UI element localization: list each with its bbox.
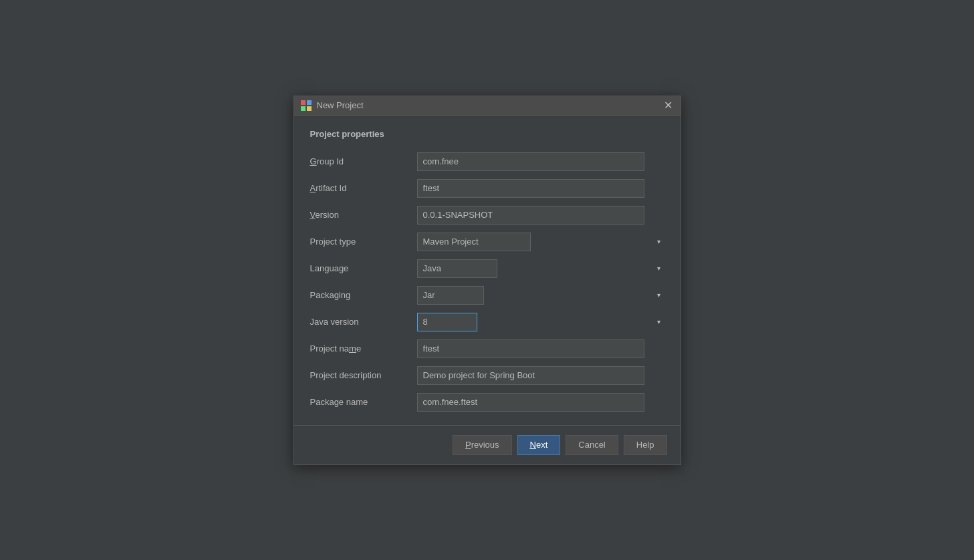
dialog-footer: Previous Next Cancel Help <box>294 425 681 464</box>
svg-rect-0 <box>301 100 306 105</box>
previous-button[interactable]: Previous <box>453 435 512 455</box>
app-icon <box>301 100 312 111</box>
group-id-label: Group Id <box>310 156 417 166</box>
package-name-input[interactable] <box>417 393 644 412</box>
packaging-select[interactable]: Jar War <box>417 286 484 305</box>
project-description-input[interactable] <box>417 366 644 385</box>
artifact-id-input[interactable] <box>417 179 644 198</box>
svg-rect-2 <box>301 106 306 111</box>
new-project-dialog: New Project ✕ Project properties Group I… <box>293 96 681 465</box>
packaging-chevron-icon: ▾ <box>657 291 660 299</box>
java-version-wrapper: 8 11 17 21 ▾ <box>417 313 664 331</box>
svg-rect-1 <box>307 100 312 105</box>
title-bar-left: New Project <box>301 100 364 111</box>
project-type-label: Project type <box>310 237 417 247</box>
project-name-input[interactable] <box>417 339 644 358</box>
version-input[interactable] <box>417 206 644 225</box>
java-version-label: Java version <box>310 317 417 327</box>
title-bar: New Project ✕ <box>294 96 681 116</box>
version-label: Version <box>310 210 417 220</box>
project-type-chevron-icon: ▾ <box>657 238 660 245</box>
project-type-wrapper: Maven Project Gradle Project ▾ <box>417 233 664 251</box>
group-id-input[interactable] <box>417 152 644 171</box>
close-button[interactable]: ✕ <box>662 100 674 111</box>
java-version-select[interactable]: 8 11 17 21 <box>417 313 477 331</box>
project-description-label: Project description <box>310 370 417 380</box>
java-version-chevron-icon: ▾ <box>657 318 660 325</box>
language-label: Language <box>310 263 417 273</box>
cancel-button[interactable]: Cancel <box>566 435 618 455</box>
package-name-label: Package name <box>310 397 417 407</box>
section-title: Project properties <box>310 129 664 139</box>
language-select[interactable]: Java Kotlin Groovy <box>417 259 497 278</box>
dialog-title: New Project <box>317 100 364 110</box>
packaging-label: Packaging <box>310 290 417 300</box>
language-chevron-icon: ▾ <box>657 265 660 272</box>
artifact-id-label: Artifact Id <box>310 183 417 193</box>
project-name-label: Project name <box>310 343 417 354</box>
language-wrapper: Java Kotlin Groovy ▾ <box>417 259 664 278</box>
packaging-wrapper: Jar War ▾ <box>417 286 664 305</box>
help-button[interactable]: Help <box>624 435 667 455</box>
next-button[interactable]: Next <box>517 435 561 455</box>
dialog-body: Project properties Group Id Artifact Id … <box>294 116 681 425</box>
project-properties-form: Group Id Artifact Id Version Project typ… <box>310 152 664 412</box>
svg-rect-3 <box>307 106 312 111</box>
project-type-select[interactable]: Maven Project Gradle Project <box>417 233 531 251</box>
